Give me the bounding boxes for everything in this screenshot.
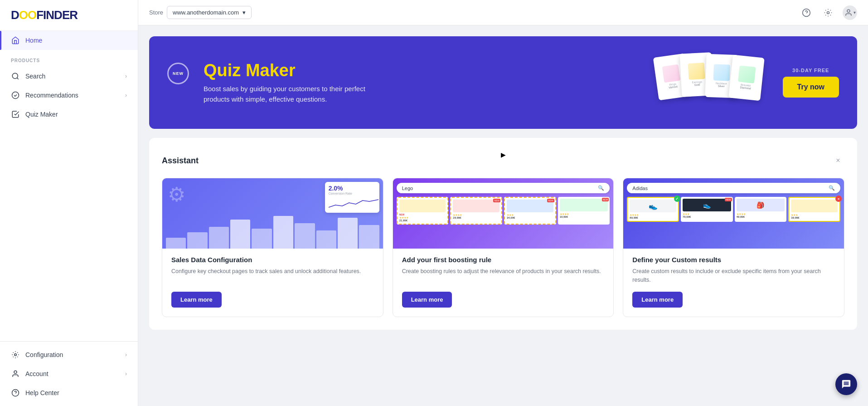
banner-content: NEW Quiz Maker Boost sales by guiding yo…: [167, 61, 647, 104]
quiz-maker-label: Quiz Maker: [25, 111, 127, 118]
help-icon: [11, 388, 20, 397]
feature-card-img-custom: Adidas 🔍 ✓ 👟 ★★★★ 89,99€: [623, 178, 844, 249]
custom-card-desc: Create custom results to include or excl…: [632, 267, 835, 284]
configuration-label: Configuration: [25, 351, 125, 358]
svg-point-9: [827, 11, 829, 14]
settings-topbar-icon[interactable]: [821, 5, 835, 20]
boosting-card-desc: Create boosting rules to adjust the rele…: [402, 267, 605, 284]
sidebar-bottom: Configuration › Account › Help Center: [0, 341, 138, 406]
sidebar: DOOFINDER Home PRODUCTS Search › Recomme…: [0, 0, 138, 406]
custom-search-text: Adidas: [632, 186, 648, 191]
banner-cta: 30-DAY FREE Try now: [783, 68, 839, 98]
page-content: NEW Quiz Maker Boost sales by guiding yo…: [138, 25, 868, 341]
svg-point-4: [14, 371, 17, 373]
topbar: Store www.anotherdomain.com ▾ ▾: [138, 0, 868, 25]
topbar-right: ▾: [799, 5, 857, 20]
store-dropdown-icon: ▾: [242, 9, 246, 16]
feature-card-img-sales: ⚙ 2.0% Conversion Rate: [162, 178, 383, 249]
custom-card-title: Define your Custom results: [632, 256, 835, 264]
banner-subtitle: Boost sales by guiding your customers to…: [204, 84, 376, 104]
feature-card-body-boosting: Add your first boosting rule Create boos…: [393, 249, 614, 317]
chat-bubble[interactable]: [835, 373, 857, 395]
sidebar-item-search[interactable]: Search ›: [0, 67, 138, 86]
feature-cards-grid: ⚙ 2.0% Conversion Rate: [162, 178, 844, 317]
feature-card-sales-data: ⚙ 2.0% Conversion Rate: [162, 178, 383, 317]
sales-card-title: Sales Data Configuration: [171, 256, 374, 264]
sidebar-item-quiz-maker[interactable]: Quiz Maker: [0, 105, 138, 124]
sidebar-item-configuration[interactable]: Configuration ›: [0, 345, 138, 364]
sales-card-desc: Configure key checkout pages to track sa…: [171, 267, 374, 284]
feature-card-body-sales: Sales Data Configuration Configure key c…: [162, 249, 383, 317]
recommendations-chevron-icon: ›: [125, 92, 127, 98]
logo-container: DOOFINDER: [0, 0, 138, 31]
sidebar-item-home[interactable]: Home: [0, 31, 138, 50]
store-url: www.anotherdomain.com: [173, 9, 239, 16]
search-icon: [11, 72, 20, 81]
assistant-card: ▶ Assistant × ⚙: [149, 138, 857, 330]
search-chevron-icon: ›: [125, 73, 127, 79]
feature-card-custom-results: Adidas 🔍 ✓ 👟 ★★★★ 89,99€: [623, 178, 844, 317]
sidebar-item-help-center[interactable]: Help Center: [0, 383, 138, 402]
cursor-area: ▶: [162, 151, 844, 159]
store-label: Store: [149, 9, 163, 16]
custom-learn-more-button[interactable]: Learn more: [632, 292, 683, 308]
home-label: Home: [25, 37, 127, 44]
quiz-maker-banner: NEW Quiz Maker Boost sales by guiding yo…: [149, 36, 857, 129]
sales-learn-more-button[interactable]: Learn more: [171, 292, 222, 308]
recommendations-icon: [11, 91, 20, 100]
user-avatar[interactable]: ▾: [843, 5, 857, 20]
feature-card-boosting: Lego 🔍 NEW ★★★★ 21,99€: [393, 178, 614, 317]
banner-card-4: Bracelet Diamond: [728, 55, 765, 101]
account-chevron-icon: ›: [125, 371, 127, 377]
banner-illustration: Rings Various Earrings Gold Necklace Sil…: [647, 51, 783, 114]
cursor-icon: ▶: [501, 151, 506, 158]
search-label: Search: [25, 73, 125, 80]
products-section-label: PRODUCTS: [0, 50, 138, 67]
help-center-label: Help Center: [25, 389, 127, 396]
sidebar-item-recommendations[interactable]: Recommendations ›: [0, 86, 138, 105]
store-selector[interactable]: www.anotherdomain.com ▾: [167, 6, 252, 19]
configuration-chevron-icon: ›: [125, 352, 127, 358]
banner-title: Quiz Maker: [204, 61, 296, 80]
home-icon: [11, 36, 20, 45]
account-label: Account: [25, 370, 125, 377]
feature-card-body-custom: Define your Custom results Create custom…: [623, 249, 844, 317]
svg-point-2: [12, 92, 19, 99]
svg-point-0: [12, 73, 18, 78]
try-now-button[interactable]: Try now: [783, 77, 839, 98]
new-badge: NEW: [167, 63, 189, 84]
help-topbar-icon[interactable]: [799, 5, 814, 20]
boosting-search-text: Lego: [402, 186, 413, 191]
configuration-icon: [11, 350, 20, 359]
feature-card-img-boosting: Lego 🔍 NEW ★★★★ 21,99€: [393, 178, 614, 249]
app-logo: DOOFINDER: [11, 8, 127, 22]
topbar-left: Store www.anotherdomain.com ▾: [149, 6, 252, 19]
main-content: Store www.anotherdomain.com ▾ ▾: [138, 0, 868, 406]
free-label: 30-DAY FREE: [792, 68, 829, 73]
quiz-icon: [11, 110, 20, 119]
custom-search-icon: 🔍: [829, 185, 835, 191]
boosting-card-title: Add your first boosting rule: [402, 256, 605, 264]
svg-line-1: [17, 78, 18, 79]
sidebar-item-account[interactable]: Account ›: [0, 364, 138, 383]
boosting-learn-more-button[interactable]: Learn more: [402, 292, 452, 308]
recommendations-label: Recommendations: [25, 92, 125, 99]
svg-point-10: [847, 10, 850, 12]
svg-point-3: [15, 354, 17, 356]
boosting-search-icon: 🔍: [598, 185, 604, 191]
account-icon: [11, 369, 20, 378]
